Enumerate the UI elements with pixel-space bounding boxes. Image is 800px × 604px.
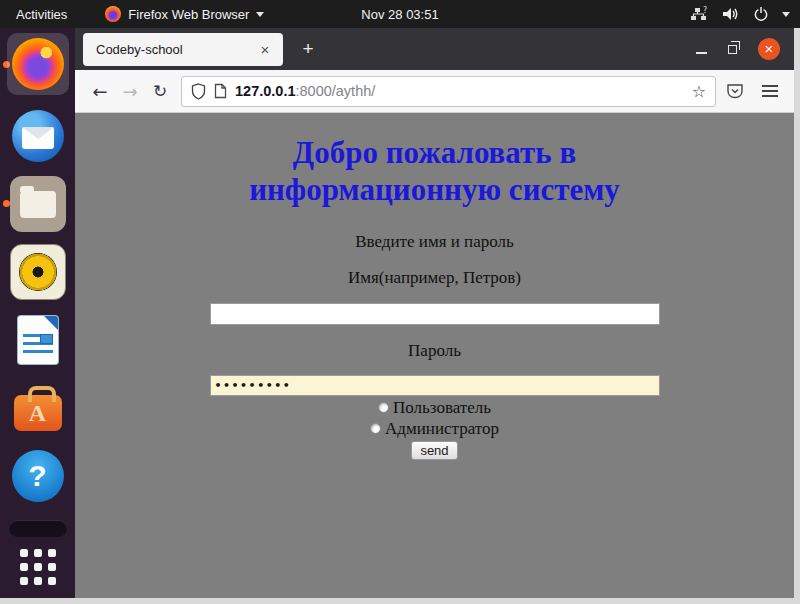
volume-icon [722, 6, 740, 22]
thunderbird-icon [12, 110, 64, 162]
dock-item-files[interactable] [10, 176, 66, 232]
back-button[interactable] [85, 76, 115, 106]
reload-button[interactable] [145, 76, 175, 106]
intro-label: Введите имя и пароль [75, 232, 794, 252]
app-menu[interactable]: Firefox Web Browser [105, 0, 264, 28]
url-bar[interactable]: 127.0.0.1:8000/aythh/ [181, 76, 716, 107]
clock[interactable]: Nov 28 03:51 [361, 0, 438, 28]
pocket-icon[interactable] [726, 83, 744, 100]
dock-item-help[interactable] [10, 448, 66, 504]
shield-icon[interactable] [191, 83, 206, 100]
network-icon: ? [689, 6, 709, 22]
svg-text:?: ? [703, 6, 707, 15]
page-title: Добро пожаловать в информационную систем… [75, 134, 794, 208]
url-host: 127.0.0.1 [235, 83, 295, 99]
name-input[interactable] [210, 303, 660, 325]
speaker-icon [19, 253, 57, 291]
document-icon [18, 316, 58, 364]
window-controls [696, 28, 780, 70]
minimize-button[interactable] [696, 52, 707, 54]
role-option-user: Пользователь [75, 398, 794, 417]
web-page: Добро пожаловать в информационную систем… [75, 113, 794, 598]
radio-admin-label: Администратор [385, 419, 499, 439]
url-path: :8000/aythh/ [295, 83, 375, 99]
software-store-icon [14, 395, 62, 431]
firefox-icon [12, 38, 64, 90]
dock-item-dark-app[interactable] [9, 520, 67, 537]
dock-item-thunderbird[interactable] [10, 108, 66, 164]
forward-button[interactable] [115, 76, 145, 106]
bookmark-star-icon[interactable] [692, 82, 706, 101]
send-button[interactable]: send [411, 441, 457, 460]
radio-user-label: Пользователь [393, 398, 491, 418]
app-menu-label: Firefox Web Browser [128, 7, 249, 22]
desktop: Activities Firefox Web Browser Nov 28 03… [0, 0, 800, 604]
new-tab-button[interactable] [295, 36, 321, 62]
dock-item-rhythmbox[interactable] [10, 244, 66, 300]
name-label: Имя(например, Петров) [75, 268, 794, 288]
firefox-window: Codeby-school [75, 28, 794, 598]
tab-bar: Codeby-school [75, 28, 794, 70]
chevron-down-icon [782, 12, 790, 17]
close-button[interactable] [758, 38, 780, 60]
tab-title: Codeby-school [96, 42, 256, 57]
toolbar-right [726, 83, 778, 100]
restore-button[interactable] [728, 45, 737, 54]
tab-close-icon[interactable] [256, 40, 274, 58]
radio-user[interactable] [378, 402, 389, 413]
power-icon [753, 6, 769, 22]
page-info-icon[interactable] [214, 83, 227, 99]
dock-item-libreoffice-writer[interactable] [10, 312, 66, 368]
folder-icon [20, 191, 56, 218]
dock-item-ubuntu-software[interactable] [10, 380, 66, 436]
password-input[interactable] [210, 375, 660, 396]
system-tray[interactable]: ? [689, 0, 790, 28]
activities-button[interactable]: Activities [0, 0, 83, 28]
dock [0, 28, 75, 598]
chevron-down-icon [256, 12, 264, 17]
menu-icon[interactable] [762, 85, 778, 97]
navigation-toolbar: 127.0.0.1:8000/aythh/ [75, 70, 794, 113]
show-applications-button[interactable] [17, 549, 59, 587]
top-bar: Activities Firefox Web Browser Nov 28 03… [0, 0, 800, 28]
url-text: 127.0.0.1:8000/aythh/ [235, 83, 684, 99]
help-icon [12, 450, 64, 502]
dock-item-firefox[interactable] [7, 33, 69, 95]
password-label: Пароль [75, 341, 794, 361]
radio-admin[interactable] [370, 423, 381, 434]
role-option-admin: Администратор [75, 419, 794, 438]
firefox-mini-icon [105, 6, 121, 22]
tab-codeby-school[interactable]: Codeby-school [83, 33, 283, 66]
